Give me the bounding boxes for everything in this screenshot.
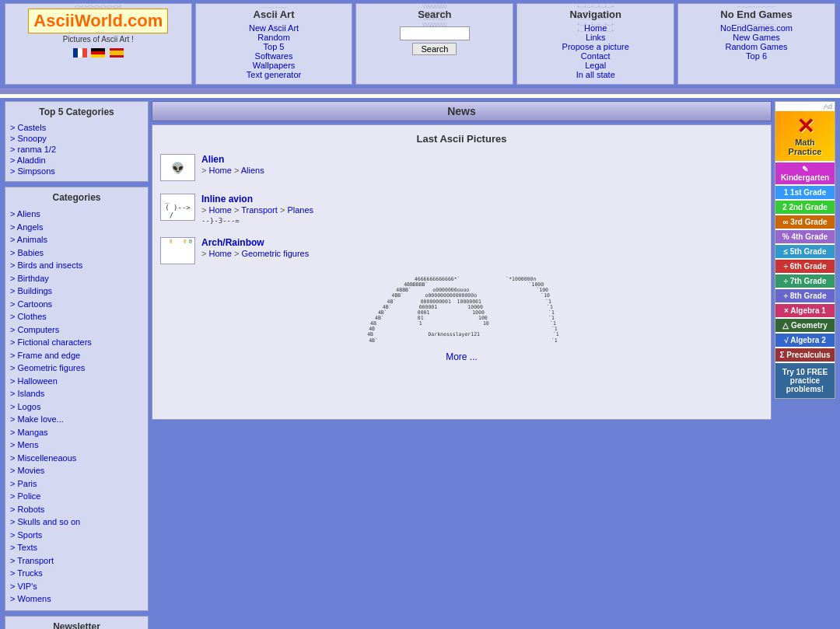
rainbow-home-link[interactable]: Home <box>208 249 231 258</box>
flag-fr-icon[interactable] <box>73 48 87 58</box>
category-link[interactable]: > Trucks <box>10 567 143 580</box>
grade1-button[interactable]: 1 1st Grade <box>775 186 835 199</box>
category-link[interactable]: > Animals <box>10 233 143 246</box>
list-item: > Simpsons <box>10 166 143 176</box>
alien-path: > Home > Aliens <box>201 166 264 175</box>
category-link[interactable]: > Birthday <box>10 272 143 285</box>
news-box-title: Last Ascii Pictures <box>160 133 763 145</box>
nav-legal-link[interactable]: Legal <box>522 61 669 70</box>
category-link[interactable]: > Logos <box>10 400 143 414</box>
category-link[interactable]: > Movies <box>10 464 143 477</box>
games-top6-link[interactable]: Top 6 <box>683 51 830 61</box>
ascii-textgen-link[interactable]: Text generator <box>201 70 348 79</box>
news-box: Last Ascii Pictures 👽 Alien > Home > Ali… <box>152 124 772 420</box>
alien-cat-link[interactable]: Aliens <box>241 166 264 175</box>
category-link[interactable]: > Angels <box>10 221 143 234</box>
category-link[interactable]: > Cartoons <box>10 298 143 311</box>
category-link[interactable]: > Texts <box>10 541 143 554</box>
category-link[interactable]: > Transport <box>10 554 143 568</box>
grade5-button[interactable]: ≤ 5th Grade <box>775 245 835 258</box>
category-link[interactable]: > Babies <box>10 246 143 260</box>
category-link[interactable]: > Halloween <box>10 375 143 388</box>
rainbow-path: > Home > Geometric figures <box>201 249 309 258</box>
nav-propose-link[interactable]: Propose a picture <box>522 42 669 51</box>
category-link[interactable]: > Police <box>10 490 143 503</box>
category-link[interactable]: > Make love... <box>10 413 143 426</box>
news-item-avion: _ ( )--> / Inline avion > Home > Transpo… <box>160 194 763 225</box>
noendgames-box: ~-~-~-~-~-~-~-~~-~-~-~-~-~-~-~~-~-~-~-~-… <box>677 3 835 85</box>
category-link[interactable]: > Fictional characters <box>10 336 143 349</box>
search-input[interactable] <box>400 26 470 40</box>
ascii-softwares-link[interactable]: Softwares <box>201 51 348 61</box>
category-link[interactable]: > Sports <box>10 529 143 542</box>
avion-transport-link[interactable]: Transport <box>241 205 278 215</box>
nav-strip <box>0 88 840 94</box>
category-link[interactable]: > Clothes <box>10 310 143 323</box>
grade2-button[interactable]: 2 2nd Grade <box>775 201 835 214</box>
nav-links-link[interactable]: Links <box>522 33 669 42</box>
geometry-button[interactable]: △ Geometry <box>775 319 835 332</box>
ascii-top5-link[interactable]: Top 5 <box>201 42 348 51</box>
top5-item-0[interactable]: > Castels <box>10 123 46 132</box>
top5-item-3[interactable]: > Aladdin <box>10 156 46 165</box>
category-link[interactable]: > VIP's <box>10 580 143 593</box>
games-random-link[interactable]: Random Games <box>683 42 830 51</box>
grade6-button[interactable]: ÷ 6th Grade <box>775 260 835 273</box>
avion-home-link[interactable]: Home <box>208 205 231 215</box>
top-banner: <><><><><><><>< <><><><><><><>< <><><><>… <box>0 0 840 88</box>
rainbow-geo-link[interactable]: Geometric figures <box>241 249 309 258</box>
ascii-wallpapers-link[interactable]: Wallpapers <box>201 61 348 70</box>
avion-art-text: --}-3---= <box>201 217 313 225</box>
avion-title[interactable]: Inline avion <box>201 194 253 204</box>
category-link[interactable]: > Computers <box>10 323 143 337</box>
flag-es-icon[interactable] <box>110 48 124 58</box>
search-heading: Search <box>361 9 508 20</box>
math-free-box[interactable]: Try 10 FREEpracticeproblems! <box>775 363 835 398</box>
news-header: News <box>152 101 772 121</box>
more-link[interactable]: More ... <box>446 351 478 362</box>
rainbow-title[interactable]: Arch/Rainbow <box>201 237 264 248</box>
grade8-button[interactable]: ÷ 8th Grade <box>775 289 835 302</box>
top5-section: Top 5 Categories > Castels > Snoopy > ra… <box>5 101 149 182</box>
ascii-new-link[interactable]: New Ascii Art <box>201 23 348 33</box>
search-button[interactable]: Search <box>412 43 457 55</box>
algebra1-button[interactable]: × Algebra 1 <box>775 304 835 317</box>
grade7-button[interactable]: ÷ 7th Grade <box>775 274 835 288</box>
category-link[interactable]: > Birds and insects <box>10 259 143 272</box>
nav-inallstate-link[interactable]: In all state <box>522 70 669 79</box>
avion-thumb: _ ( )--> / <box>160 194 195 221</box>
nav-contact-link[interactable]: Contact <box>522 51 669 61</box>
category-link[interactable]: > Womens <box>10 592 143 606</box>
site-logo[interactable]: AsciiWorld.com <box>28 9 168 33</box>
ascii-art-box: .-.-.-.-.-.-.-.-.-.-.-.-.-.-.-.-.-.-.-.-… <box>195 3 353 85</box>
category-link[interactable]: > Buildings <box>10 285 143 298</box>
grade4-button[interactable]: % 4th Grade <box>775 230 835 243</box>
category-link[interactable]: > Mens <box>10 439 143 452</box>
category-link[interactable]: > Mangas <box>10 426 143 439</box>
alien-title[interactable]: Alien <box>201 154 224 165</box>
rainbow-info: Arch/Rainbow > Home > Geometric figures <box>201 237 309 259</box>
nav-home-link[interactable]: Home <box>522 23 669 33</box>
category-link[interactable]: > Aliens <box>10 208 143 221</box>
top5-item-4[interactable]: > Simpsons <box>10 166 55 176</box>
avion-planes-link[interactable]: Planes <box>287 205 313 215</box>
category-link[interactable]: > Paris <box>10 477 143 491</box>
games-new-link[interactable]: New Games <box>683 33 830 42</box>
flag-de-icon[interactable] <box>91 48 105 58</box>
category-link[interactable]: > Frame and edge <box>10 349 143 362</box>
top5-item-2[interactable]: > ranma 1/2 <box>10 145 56 154</box>
category-link[interactable]: > Geometric figures <box>10 362 143 375</box>
category-link[interactable]: > Miscelleneaous <box>10 452 143 465</box>
top5-item-1[interactable]: > Snoopy <box>10 134 47 143</box>
precalculus-button[interactable]: Σ Precalculus <box>775 348 835 362</box>
grade3-button[interactable]: ∞ 3rd Grade <box>775 215 835 229</box>
kindergarten-button[interactable]: ✎ Kindergarten <box>775 162 835 184</box>
games-site-link[interactable]: NoEndGames.com <box>683 23 830 33</box>
ascii-random-link[interactable]: Random <box>201 33 348 42</box>
algebra2-button[interactable]: √ Algebra 2 <box>775 334 835 347</box>
category-link[interactable]: > Islands <box>10 387 143 400</box>
alien-home-link[interactable]: Home <box>208 166 231 175</box>
category-link[interactable]: > Robots <box>10 503 143 516</box>
math-header: ✕ Math Practice <box>775 111 835 161</box>
category-link[interactable]: > Skulls and so on <box>10 515 143 529</box>
